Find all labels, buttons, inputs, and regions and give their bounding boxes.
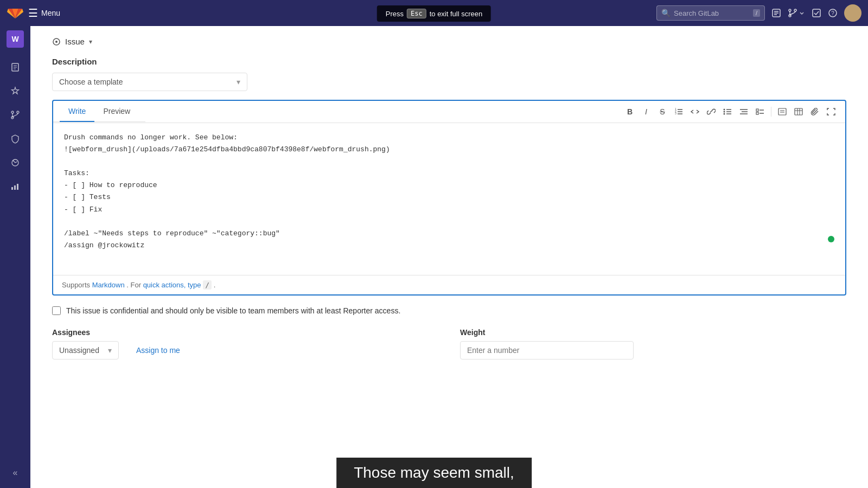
editor-tabs: Write Preview xyxy=(53,101,145,122)
editor-content[interactable]: Drush commands no longer work. See below… xyxy=(64,132,834,252)
todo-icon[interactable] xyxy=(771,8,781,18)
issue-type-row: Issue ▾ xyxy=(52,37,846,46)
svg-point-24 xyxy=(55,41,58,43)
workspace-badge[interactable]: W xyxy=(7,30,24,48)
svg-point-33 xyxy=(724,111,725,113)
menu-button[interactable]: ☰ Menu xyxy=(28,7,60,20)
assignees-label: Assignees xyxy=(52,328,438,337)
quick-actions-link[interactable]: quick actions, type xyxy=(143,281,201,289)
issue-type-icon xyxy=(52,37,61,46)
checklist-button[interactable] xyxy=(752,104,768,119)
confidential-row: This issue is confidential and should on… xyxy=(52,306,846,315)
sidebar-item-pages[interactable] xyxy=(4,56,26,78)
issue-type-select[interactable]: Issue ▾ xyxy=(52,37,92,46)
svg-point-4 xyxy=(789,9,791,11)
svg-rect-48 xyxy=(795,108,802,115)
template-chevron: ▾ xyxy=(237,78,240,86)
confidential-checkbox[interactable] xyxy=(52,306,61,315)
markdown-link[interactable]: Markdown xyxy=(92,281,125,289)
svg-rect-8 xyxy=(813,9,820,17)
ordered-list-button[interactable]: 1 2 3 xyxy=(671,104,686,119)
slash-command-hint: / xyxy=(203,280,212,290)
sidebar-item-issues[interactable] xyxy=(4,80,26,102)
template-chooser[interactable]: Choose a template ▾ xyxy=(52,73,247,91)
template-placeholder: Choose a template xyxy=(59,78,123,86)
sidebar-item-history[interactable] xyxy=(4,152,26,174)
sidebar-expand[interactable]: « xyxy=(4,462,26,484)
svg-rect-43 xyxy=(756,112,758,114)
svg-point-17 xyxy=(17,111,19,113)
svg-text:3: 3 xyxy=(675,112,676,115)
search-icon: 🔍 xyxy=(661,9,671,17)
checklist-icon[interactable] xyxy=(812,8,821,18)
svg-line-31 xyxy=(710,111,712,112)
issue-type-chevron: ▾ xyxy=(89,38,92,46)
search-box[interactable]: 🔍 Search GitLab / xyxy=(656,5,765,21)
bold-button[interactable]: B xyxy=(622,104,637,119)
cursor-indicator xyxy=(828,236,834,242)
toolbar-row: Write Preview B I S xyxy=(53,101,845,123)
svg-rect-41 xyxy=(756,109,758,111)
editor-container: Write Preview B I S xyxy=(52,100,846,296)
gitlab-logo[interactable] xyxy=(7,3,24,23)
main-content: Issue ▾ Description Choose a template ▾ … xyxy=(30,26,868,488)
sidebar-item-security[interactable] xyxy=(4,128,26,150)
svg-rect-22 xyxy=(17,184,18,190)
toolbar-divider-1 xyxy=(771,107,771,117)
bullet-list-button[interactable] xyxy=(720,104,735,119)
tab-preview[interactable]: Preview xyxy=(94,101,139,122)
editor-footer: Supports Markdown . For quick actions, t… xyxy=(53,275,845,294)
weight-group: Weight xyxy=(460,328,846,359)
code-button[interactable] xyxy=(687,104,703,119)
topbar-right: 🔍 Search GitLab / xyxy=(656,4,861,22)
weight-label: Weight xyxy=(460,328,846,337)
svg-rect-45 xyxy=(778,108,786,115)
slash-shortcut: / xyxy=(753,9,760,17)
fullscreen-button[interactable] xyxy=(824,104,839,119)
description-label: Description xyxy=(52,57,846,66)
svg-point-15 xyxy=(11,111,14,113)
link-button[interactable] xyxy=(704,104,719,119)
svg-point-34 xyxy=(724,113,725,115)
indent-button[interactable] xyxy=(736,104,751,119)
assignees-group: Assignees Unassigned ▾ Assign to me xyxy=(52,328,438,359)
merge-request-icon[interactable] xyxy=(788,8,805,18)
subtitle-overlay: Those may seem small, xyxy=(336,458,532,488)
assignees-chevron: ▾ xyxy=(108,346,112,355)
weight-input[interactable] xyxy=(460,341,634,359)
sidebar-item-merge-requests[interactable] xyxy=(4,104,26,126)
strikethrough-button[interactable]: S xyxy=(655,104,670,119)
user-avatar[interactable] xyxy=(844,4,861,22)
fields-row: Assignees Unassigned ▾ Assign to me Weig… xyxy=(52,328,846,359)
svg-point-32 xyxy=(724,109,725,111)
help-icon[interactable]: ? xyxy=(828,8,838,18)
svg-rect-21 xyxy=(14,185,16,190)
fullscreen-banner: Press Esc to exit full screen xyxy=(377,5,491,22)
svg-point-6 xyxy=(794,9,796,11)
assign-to-me-link[interactable]: Assign to me xyxy=(136,346,180,355)
sidebar-item-analytics[interactable] xyxy=(4,176,26,197)
left-sidebar: W xyxy=(0,26,30,488)
editor-toolbar: B I S 1 2 3 xyxy=(616,101,845,123)
assignees-field[interactable]: Unassigned ▾ xyxy=(52,341,119,359)
editor-body[interactable]: Drush commands no longer work. See below… xyxy=(53,123,845,275)
svg-text:?: ? xyxy=(831,10,834,16)
blockquote-button[interactable] xyxy=(775,104,790,119)
top-navigation-bar: ☰ Menu Press Esc to exit full screen 🔍 S… xyxy=(0,0,868,26)
sidebar-bottom: « xyxy=(4,462,26,484)
italic-button[interactable]: I xyxy=(639,104,654,119)
table-button[interactable] xyxy=(791,104,806,119)
confidential-label[interactable]: This issue is confidential and should on… xyxy=(66,306,400,315)
attachment-button[interactable] xyxy=(807,104,822,119)
tab-write[interactable]: Write xyxy=(60,101,94,122)
esc-key: Esc xyxy=(407,9,426,18)
svg-rect-20 xyxy=(11,187,13,190)
unassigned-text: Unassigned xyxy=(59,346,99,355)
